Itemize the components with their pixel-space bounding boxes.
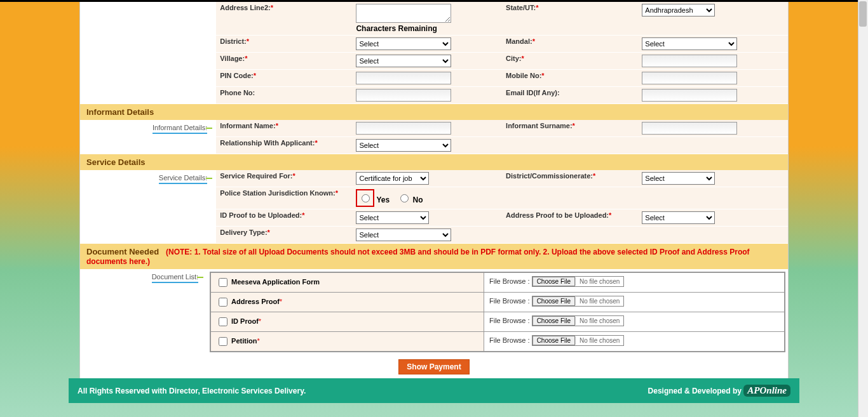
footer-right-text: Designed & Developed by bbox=[648, 387, 742, 395]
ps-yes-radio[interactable] bbox=[362, 194, 370, 202]
delivery-select[interactable]: Select bbox=[356, 228, 451, 241]
informant-name-input[interactable] bbox=[356, 122, 451, 135]
aponline-logo: APOnline bbox=[743, 385, 790, 397]
commissionerate-select[interactable]: Select bbox=[642, 172, 715, 185]
document-sidebar-label: Document List: bbox=[152, 273, 198, 283]
service-table: Service Details: Service Required For:* … bbox=[80, 170, 788, 244]
address-line2-input[interactable] bbox=[356, 4, 451, 23]
document-section-title: Document Needed bbox=[86, 247, 159, 256]
vertical-scrollbar[interactable] bbox=[858, 0, 868, 417]
informant-sidebar-label: Informant Details: bbox=[153, 124, 207, 134]
informant-surname-label: Informant Surname: bbox=[506, 122, 573, 129]
phone-input[interactable] bbox=[356, 89, 451, 102]
page-background: Address Line2:* Characters Remaining Sta… bbox=[0, 0, 868, 417]
doc-idproof-checkbox[interactable] bbox=[219, 317, 227, 326]
delivery-label: Delivery Type: bbox=[220, 228, 267, 236]
addr-proof-select[interactable]: Select bbox=[642, 211, 715, 224]
mobile-label: Mobile No: bbox=[506, 72, 541, 79]
scrollbar-thumb[interactable] bbox=[859, 1, 867, 27]
show-payment-row: Show Payment bbox=[80, 355, 788, 378]
document-list: Meeseva Application Form File Browse : C… bbox=[210, 272, 785, 352]
state-label: State/UT: bbox=[506, 4, 536, 11]
informant-surname-input[interactable] bbox=[642, 122, 737, 135]
phone-label: Phone No: bbox=[220, 89, 255, 96]
file-browse-label-0: File Browse : bbox=[489, 277, 530, 285]
show-payment-button[interactable]: Show Payment bbox=[398, 359, 469, 374]
state-select[interactable]: Andhrapradesh bbox=[642, 4, 715, 17]
village-select[interactable]: Select bbox=[356, 55, 451, 67]
commissionerate-label: District/Commissionerate: bbox=[506, 172, 593, 180]
document-section-header: Document Needed (NOTE: 1. Total size of … bbox=[80, 244, 788, 269]
document-note: (NOTE: 1. Total size of all Upload Docum… bbox=[86, 248, 750, 266]
mandal-select[interactable]: Select bbox=[642, 37, 737, 50]
district-label: District: bbox=[220, 37, 247, 45]
mandal-label: Mandal: bbox=[506, 37, 532, 45]
informant-table: Informant Details: Informant Name:* Info… bbox=[80, 120, 788, 154]
doc-meeseva-checkbox[interactable] bbox=[219, 278, 227, 287]
email-label: Email ID(If Any): bbox=[506, 89, 560, 96]
footer-left-text: All Rights Reserved with Director, Elect… bbox=[78, 387, 306, 395]
id-proof-select[interactable]: Select bbox=[356, 211, 429, 224]
choose-file-button-0[interactable]: Choose File bbox=[532, 277, 575, 286]
relationship-select[interactable]: Select bbox=[356, 139, 451, 152]
village-label: Village: bbox=[220, 55, 245, 62]
doc-address-label: Address Proof bbox=[231, 298, 280, 305]
footer: All Rights Reserved with Director, Elect… bbox=[69, 378, 799, 403]
addr-proof-label: Address Proof to be Uploaded: bbox=[506, 211, 609, 219]
file-browse-label-3: File Browse : bbox=[489, 336, 530, 344]
doc-row-meeseva: Meeseva Application Form File Browse : C… bbox=[211, 273, 785, 293]
service-required-select[interactable]: Certificate for job bbox=[356, 172, 429, 185]
form-container: Address Line2:* Characters Remaining Sta… bbox=[79, 2, 789, 378]
no-file-label-3: No file chosen bbox=[575, 336, 623, 345]
ps-known-label: Police Station Jurisdiction Known: bbox=[220, 189, 336, 197]
chars-remaining-label: Characters Remaining bbox=[356, 24, 437, 33]
ps-no-radio[interactable] bbox=[400, 194, 409, 202]
choose-file-button-1[interactable]: Choose File bbox=[532, 296, 575, 306]
choose-file-button-2[interactable]: Choose File bbox=[532, 316, 575, 326]
informant-section-header: Informant Details bbox=[80, 104, 788, 120]
city-input[interactable] bbox=[642, 55, 737, 67]
doc-row-petition: Petition* File Browse : Choose FileNo fi… bbox=[211, 332, 785, 352]
doc-address-checkbox[interactable] bbox=[219, 298, 227, 307]
no-file-label-0: No file chosen bbox=[575, 277, 623, 286]
ps-no-label: No bbox=[413, 195, 423, 204]
mobile-input[interactable] bbox=[642, 72, 737, 84]
ps-yes-label: Yes bbox=[377, 195, 390, 204]
address-line2-label: Address Line2: bbox=[220, 4, 270, 11]
informant-name-label: Informant Name: bbox=[220, 122, 275, 129]
file-browse-label-1: File Browse : bbox=[489, 297, 530, 305]
service-section-header: Service Details bbox=[80, 154, 788, 170]
service-sidebar-label: Service Details: bbox=[159, 174, 207, 184]
doc-meeseva-label: Meeseva Application Form bbox=[231, 278, 320, 286]
ps-yes-highlight bbox=[356, 189, 374, 207]
doc-row-address-proof: Address Proof* File Browse : Choose File… bbox=[211, 293, 785, 312]
pincode-label: PIN Code: bbox=[220, 72, 254, 79]
doc-petition-label: Petition bbox=[231, 337, 257, 345]
document-list-wrap: Document List: Meeseva Application Form … bbox=[80, 269, 788, 355]
no-file-label-1: No file chosen bbox=[575, 297, 623, 305]
no-file-label-2: No file chosen bbox=[575, 317, 623, 325]
choose-file-button-3[interactable]: Choose File bbox=[532, 336, 575, 345]
doc-idproof-label: ID Proof bbox=[231, 317, 259, 325]
address-fields-table: Address Line2:* Characters Remaining Sta… bbox=[80, 2, 788, 104]
district-select[interactable]: Select bbox=[356, 37, 451, 50]
file-browse-label-2: File Browse : bbox=[489, 317, 530, 324]
doc-petition-checkbox[interactable] bbox=[219, 337, 227, 346]
doc-row-id-proof: ID Proof* File Browse : Choose FileNo fi… bbox=[211, 312, 785, 332]
relationship-label: Relationship With Applicant: bbox=[220, 139, 315, 147]
pincode-input[interactable] bbox=[356, 72, 451, 84]
service-required-label: Service Required For: bbox=[220, 172, 292, 180]
id-proof-label: ID Proof to be Uploaded: bbox=[220, 211, 302, 219]
email-input[interactable] bbox=[642, 89, 737, 102]
city-label: City: bbox=[506, 55, 521, 62]
